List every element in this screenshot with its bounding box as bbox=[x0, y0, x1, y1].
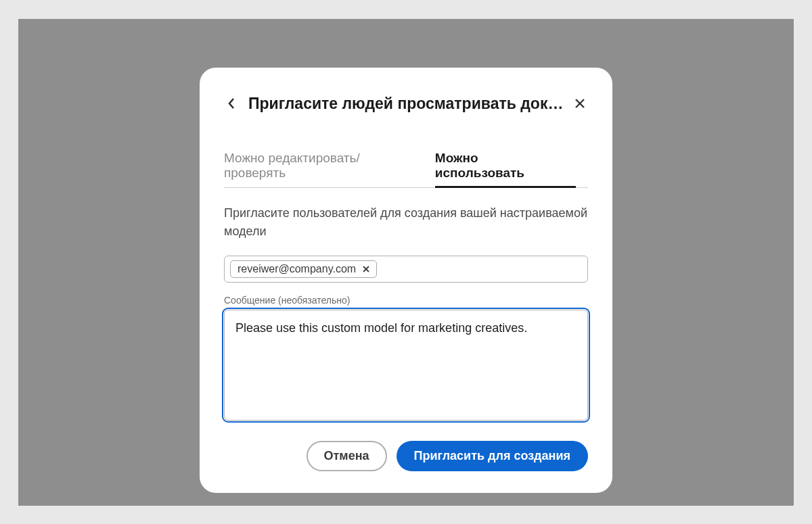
close-icon bbox=[574, 98, 585, 109]
chevron-left-icon bbox=[227, 97, 235, 110]
instruction-text: Пригласите пользователей для создания ва… bbox=[224, 204, 588, 241]
email-input[interactable]: reveiwer@company.com bbox=[224, 256, 588, 283]
message-label: Сообщение (необязательно) bbox=[224, 295, 588, 306]
email-chip-text: reveiwer@company.com bbox=[238, 263, 356, 275]
dialog-header: Пригласите людей просматривать докум… bbox=[224, 95, 588, 113]
dialog-footer: Отмена Пригласить для создания bbox=[224, 441, 588, 471]
dialog-backdrop: Пригласите людей просматривать докум… Мо… bbox=[18, 19, 794, 506]
tab-can-use[interactable]: Можно использовать bbox=[435, 151, 564, 187]
tabs: Можно редактировать/проверять Можно испо… bbox=[224, 151, 588, 188]
chip-remove-button[interactable] bbox=[361, 264, 371, 274]
cancel-button[interactable]: Отмена bbox=[307, 441, 387, 471]
tab-can-edit[interactable]: Можно редактировать/проверять bbox=[224, 151, 411, 187]
message-textarea[interactable] bbox=[224, 310, 588, 421]
close-button[interactable] bbox=[572, 95, 588, 112]
close-icon bbox=[363, 266, 369, 272]
back-button[interactable] bbox=[224, 96, 239, 111]
invite-dialog: Пригласите людей просматривать докум… Мо… bbox=[200, 68, 612, 493]
invite-submit-button[interactable]: Пригласить для создания bbox=[397, 441, 588, 471]
email-chip: reveiwer@company.com bbox=[230, 260, 377, 278]
dialog-title: Пригласите людей просматривать докум… bbox=[248, 95, 564, 113]
